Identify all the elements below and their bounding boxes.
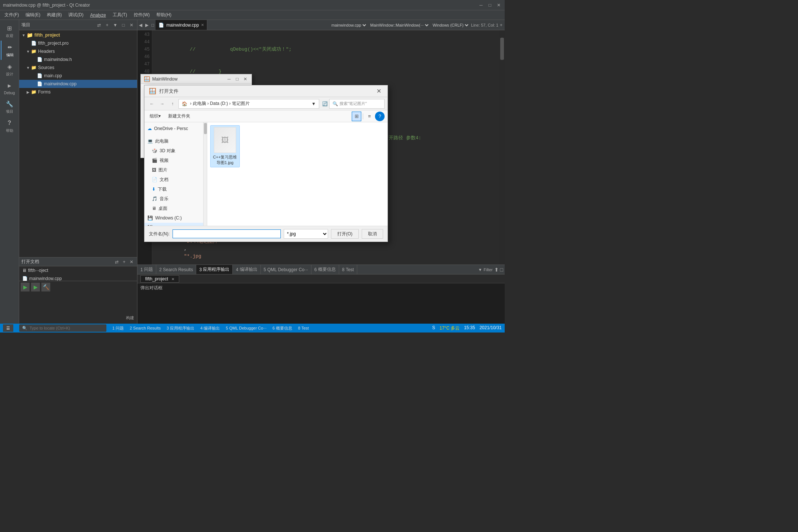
sidebar-music[interactable]: 🎵 音乐 <box>144 194 203 204</box>
mini-win-maximize[interactable]: □ <box>234 76 241 82</box>
build-label[interactable]: 构建 <box>21 314 136 322</box>
dialog-search[interactable]: 🔍 搜索"笔记图片" <box>329 99 385 109</box>
sidebar-design[interactable]: ◈ 设计 <box>1 60 18 79</box>
tree-pro-file[interactable]: 📄 fifth_project.pro <box>19 39 137 47</box>
sidebar-debug[interactable]: ▶ Debug <box>1 79 18 97</box>
tab-close-btn[interactable]: ✕ <box>201 23 204 27</box>
menu-file[interactable]: 文件(F) <box>1 11 22 19</box>
sidebar-welcome[interactable]: ⊞ 欢迎 <box>1 21 18 41</box>
bottom-tab-test[interactable]: 8 Test <box>339 265 357 274</box>
tab-nav-left[interactable]: ◀ <box>137 20 144 30</box>
status-search-btn[interactable]: 2 Search Results <box>130 326 161 330</box>
mini-win-close[interactable]: ✕ <box>242 76 249 82</box>
tree-sources-folder[interactable]: ▼ 📁 Sources <box>19 64 137 72</box>
tab-float-btn[interactable]: □ <box>150 20 156 30</box>
nav-refresh-btn[interactable]: 🔄 <box>322 101 328 106</box>
sidebar-video[interactable]: 🎬 视频 <box>144 156 203 165</box>
sidebar-3d[interactable]: 🎲 3D 对象 <box>144 146 203 156</box>
output-tab-fifth[interactable]: fifth_project ✕ <box>140 275 179 283</box>
minimize-button[interactable]: ─ <box>478 2 484 8</box>
filename-input[interactable] <box>173 229 281 238</box>
menu-controls[interactable]: 控件(W) <box>131 11 153 19</box>
bottom-tab-summary[interactable]: 6 概要信息 <box>311 265 339 274</box>
split-btn[interactable]: + <box>500 23 502 28</box>
view-large-icons-btn[interactable]: ⊞ <box>352 112 361 121</box>
sidebar-toggle-btn[interactable]: ☰ <box>3 324 13 332</box>
organize-btn[interactable]: 组织▾ <box>147 112 163 120</box>
menu-build[interactable]: 构建(B) <box>44 11 65 19</box>
view-list-btn[interactable]: ≡ <box>365 112 374 121</box>
status-problems-btn[interactable]: 1 问题 <box>112 325 124 331</box>
sidebar-edit[interactable]: ✏ 编辑 <box>1 41 18 60</box>
tree-mainwindow-cpp[interactable]: 📄 mainwindow.cpp <box>19 80 137 88</box>
mini-win-minimize[interactable]: ─ <box>226 76 232 82</box>
nav-breadcrumb[interactable]: 🏠 › 此电脑 › Data (D:) › 笔记图片 ▼ <box>178 99 319 109</box>
bottom-tab-qml[interactable]: 5 QML Debugger Co··· <box>261 265 311 274</box>
tree-main-cpp[interactable]: 📄 main.cpp <box>19 72 137 80</box>
menu-tools[interactable]: 工具(T) <box>110 11 130 19</box>
nav-forward-btn[interactable]: → <box>158 99 167 108</box>
maximize-button[interactable]: □ <box>487 2 493 8</box>
open-doc-fifth[interactable]: 🖥 fifth···oject <box>19 266 137 274</box>
status-summary-btn[interactable]: 6 概要信息 <box>273 325 292 331</box>
sidebar-onedrive[interactable]: ☁ OneDrive - Persc <box>144 124 203 133</box>
menu-debug[interactable]: 调试(D) <box>65 11 86 19</box>
tree-root[interactable]: ▼ 📁 fifth_project <box>19 31 137 39</box>
sidebar-data-d[interactable]: 💾 Data (D:) <box>144 223 203 226</box>
panel-add-btn[interactable]: + <box>104 22 110 28</box>
status-app-output-btn[interactable]: 3 应用程序输出 <box>167 325 194 331</box>
output-tab-close[interactable]: ✕ <box>171 277 174 281</box>
sidebar-help[interactable]: ? 帮助 <box>1 116 18 136</box>
open-btn[interactable]: 打开(O) <box>331 229 359 239</box>
file-dropdown[interactable]: mainwindow.cpp <box>330 21 367 29</box>
file-type-select[interactable]: *.jpg <box>284 229 328 239</box>
search-bar[interactable]: 🔍 <box>19 324 106 332</box>
tab-nav-right[interactable]: ▶ <box>144 20 150 30</box>
help-btn[interactable]: ? <box>375 112 385 121</box>
bottom-tab-problems[interactable]: 1 问题 <box>137 265 156 274</box>
filter-area[interactable]: ▼ Filter <box>478 267 492 272</box>
panel-sync-btn[interactable]: ⇄ <box>96 22 102 28</box>
panel-filter-btn[interactable]: ▼ <box>112 22 119 28</box>
open-docs-add-btn[interactable]: + <box>121 259 127 265</box>
bottom-tab-app-output[interactable]: 3 应用程序输出 <box>196 265 233 274</box>
sidebar-downloads[interactable]: ⬇ 下载 <box>144 184 203 194</box>
panel-close-btn[interactable]: ✕ <box>128 22 135 28</box>
file-item-jpg[interactable]: 🖼 C++复习思维导图1.jpg <box>210 125 240 167</box>
breadcrumb-dropdown[interactable]: ▼ <box>311 101 316 106</box>
bottom-tab-compile[interactable]: 4 编译输出 <box>233 265 260 274</box>
bottom-expand-btn[interactable]: ⬆ <box>494 267 499 273</box>
search-input[interactable] <box>30 326 103 330</box>
run-button[interactable]: ▶ <box>21 283 30 291</box>
bottom-float-btn[interactable]: □ <box>500 267 503 273</box>
sidebar-pictures[interactable]: 🖼 图片 <box>144 165 203 175</box>
vertical-scrollbar[interactable] <box>499 30 505 265</box>
status-test-btn[interactable]: 8 Test <box>298 326 309 330</box>
sidebar-windows-c[interactable]: 💾 Windows (C:) <box>144 213 203 223</box>
status-compile-btn[interactable]: 4 编译输出 <box>200 325 220 331</box>
sidebar-docs[interactable]: 📄 文档 <box>144 175 203 184</box>
open-docs-sort-btn[interactable]: ⇄ <box>113 259 120 265</box>
sidebar-project[interactable]: 🔧 项目 <box>1 97 18 116</box>
close-window-button[interactable]: ✕ <box>496 2 502 8</box>
sidebar-this-pc[interactable]: 💻 此电脑 <box>144 136 203 146</box>
nav-back-btn[interactable]: ← <box>147 99 156 108</box>
ime-icon[interactable]: S <box>432 325 435 331</box>
open-doc-mainwindow[interactable]: 📄 mainwindow.cpp <box>19 274 137 281</box>
cancel-btn[interactable]: 取消 <box>362 229 383 239</box>
tab-mainwindow-cpp[interactable]: 📄 mainwindow.cpp ✕ <box>156 20 207 30</box>
dialog-close-btn[interactable]: ✕ <box>374 87 383 96</box>
menu-edit[interactable]: 编辑(E) <box>23 11 43 19</box>
encoding-dropdown[interactable]: Windows (CRLF) <box>431 21 470 29</box>
open-docs-close-btn[interactable]: ✕ <box>128 259 135 265</box>
sidebar-desktop[interactable]: 🖥 桌面 <box>144 204 203 213</box>
tree-mainwindow-h[interactable]: 📄 mainwindow.h <box>19 55 137 64</box>
function-dropdown[interactable]: MainWindow::MainWindow(··· <box>369 21 430 29</box>
sidebar-scrollbar[interactable] <box>204 122 207 226</box>
debug-run-button[interactable]: ▶ <box>31 283 40 291</box>
scrollbar-thumb[interactable] <box>500 38 504 60</box>
menu-analyze[interactable]: Analyze <box>87 12 109 18</box>
bottom-tab-search[interactable]: 2 Search Results <box>156 265 196 274</box>
new-folder-btn[interactable]: 新建文件夹 <box>166 112 192 120</box>
build-button[interactable]: 🔨 <box>41 283 50 291</box>
